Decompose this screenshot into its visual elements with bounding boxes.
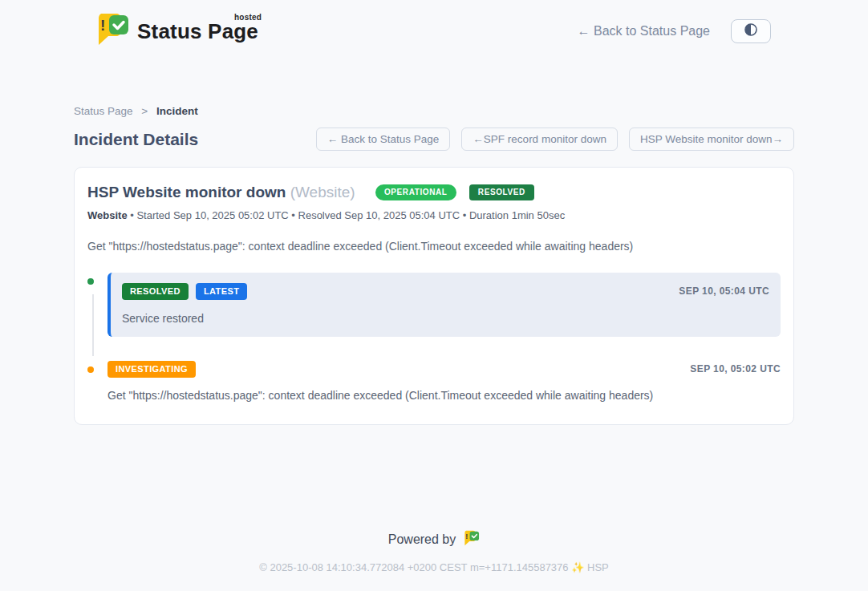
main-content: Status Page > Incident Incident Details … [74, 60, 794, 425]
breadcrumb-incident: Incident [156, 105, 198, 117]
timeline-entry-investigating: INVESTIGATING SEP 10, 05:02 UTC Get "htt… [87, 361, 781, 402]
update-message: Get "https://hostedstatus.page": context… [107, 389, 781, 402]
incident-card: HSP Website monitor down (Website) OPERA… [74, 167, 794, 425]
footer: Powered by ! © 2025-10-08 14:10:34.77208… [0, 530, 868, 591]
timeline-connector-line [92, 294, 94, 356]
header-back-link[interactable]: ← Back to Status Page [578, 24, 710, 38]
incident-title-line: HSP Website monitor down (Website) OPERA… [87, 184, 781, 202]
update-message: Service restored [122, 312, 769, 325]
breadcrumb-separator: > [141, 105, 148, 117]
statuspage-logo-icon: ! [95, 13, 130, 49]
update-timestamp: SEP 10, 05:04 UTC [679, 285, 769, 297]
incident-meta-component: Website [87, 209, 128, 221]
header: ! Status Pagehosted ← Back to Status Pag… [0, 0, 868, 60]
resolved-badge: RESOLVED [469, 184, 534, 200]
update-head: INVESTIGATING SEP 10, 05:02 UTC [107, 361, 781, 378]
prev-incident-button[interactable]: ←SPF record monitor down [461, 128, 618, 151]
update-head: RESOLVED LATEST SEP 10, 05:04 UTC [122, 283, 769, 300]
update-status-badge: INVESTIGATING [107, 361, 196, 378]
statuspage-logo-icon-small: ! [463, 530, 480, 549]
timeline-dot-resolved [85, 276, 96, 287]
breadcrumb-status-page[interactable]: Status Page [74, 105, 133, 117]
back-to-status-page-button[interactable]: ← Back to Status Page [316, 128, 451, 151]
update-status-badge: RESOLVED [122, 283, 189, 300]
svg-text:!: ! [100, 17, 105, 34]
logo-text: Status Pagehosted [137, 21, 258, 42]
update-timestamp: SEP 10, 05:02 UTC [690, 363, 781, 374]
incident-timeline: RESOLVED LATEST SEP 10, 05:04 UTC Servic… [87, 273, 781, 402]
svg-text:!: ! [466, 532, 468, 540]
contrast-icon [744, 22, 758, 39]
incident-title: HSP Website monitor down [87, 184, 286, 200]
incident-nav-buttons: ← Back to Status Page ←SPF record monito… [316, 128, 794, 151]
update-plain: INVESTIGATING SEP 10, 05:02 UTC Get "htt… [107, 361, 781, 402]
timeline-entry-latest: RESOLVED LATEST SEP 10, 05:04 UTC Servic… [87, 273, 781, 337]
copyright-text: © 2025-10-08 14:10:34.772084 +0200 CEST … [0, 561, 868, 573]
update-latest-badge: LATEST [196, 283, 247, 300]
powered-by-text: Powered by [388, 532, 456, 547]
update-box-latest: RESOLVED LATEST SEP 10, 05:04 UTC Servic… [107, 273, 781, 337]
next-incident-button[interactable]: HSP Website monitor down→ [629, 128, 794, 151]
timeline-dot-investigating [85, 364, 96, 375]
breadcrumb: Status Page > Incident [74, 105, 794, 117]
page-title: Incident Details [74, 130, 198, 149]
incident-component: (Website) [290, 184, 355, 200]
hosted-tag: hosted [234, 14, 262, 22]
statuspage-logo[interactable]: ! Status Pagehosted [95, 13, 258, 49]
powered-by-link[interactable]: Powered by ! [388, 530, 481, 549]
title-row: Incident Details ← Back to Status Page ←… [74, 128, 794, 151]
theme-toggle-button[interactable] [731, 19, 771, 43]
operational-badge: OPERATIONAL [375, 184, 456, 200]
incident-description: Get "https://hostedstatus.page": context… [87, 240, 781, 253]
incident-meta: Website • Started Sep 10, 2025 05:02 UTC… [87, 209, 781, 221]
incident-meta-details: • Started Sep 10, 2025 05:02 UTC • Resol… [130, 209, 565, 221]
header-actions: ← Back to Status Page [578, 19, 771, 43]
